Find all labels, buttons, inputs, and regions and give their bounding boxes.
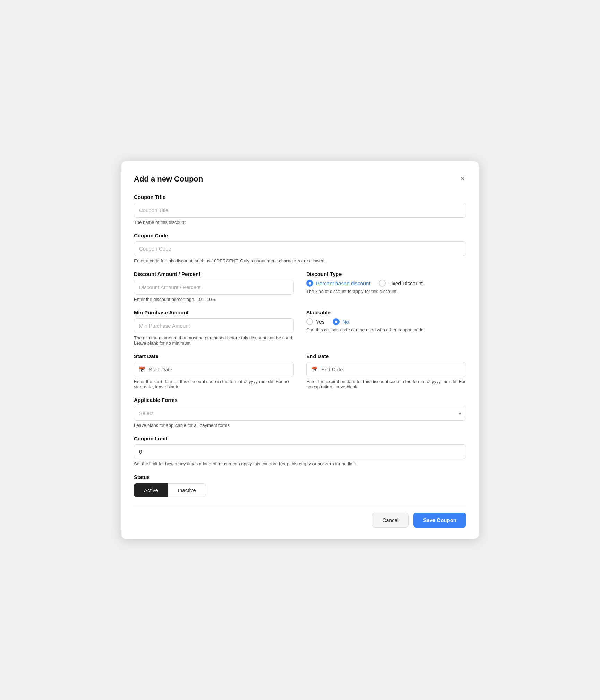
date-row: Start Date 📅 Enter the start date for th… xyxy=(134,353,466,397)
applicable-forms-hint: Leave blank for applicable for all payme… xyxy=(134,423,466,428)
calendar-icon-start: 📅 xyxy=(139,366,145,373)
save-coupon-button[interactable]: Save Coupon xyxy=(413,513,466,528)
end-date-label: End Date xyxy=(306,353,466,359)
min-purchase-input[interactable] xyxy=(134,318,294,333)
modal-title: Add a new Coupon xyxy=(134,175,203,184)
radio-no[interactable]: No xyxy=(333,318,349,325)
radio-no-label: No xyxy=(342,319,349,325)
start-date-wrapper: 📅 xyxy=(134,362,294,377)
applicable-forms-wrapper: Select ▾ xyxy=(134,406,466,421)
radio-yes[interactable]: Yes xyxy=(306,318,324,325)
modal-header: Add a new Coupon × xyxy=(134,174,466,184)
modal-container: Add a new Coupon × Coupon Title The name… xyxy=(121,161,479,539)
coupon-limit-section: Coupon Limit Set the limit for how many … xyxy=(134,436,466,466)
coupon-code-input[interactable] xyxy=(134,241,466,256)
applicable-forms-select[interactable]: Select xyxy=(134,406,466,421)
cancel-button[interactable]: Cancel xyxy=(372,513,409,528)
end-date-section: End Date 📅 Enter the expiration date for… xyxy=(306,353,466,389)
discount-type-hint: The kind of discount to apply for this d… xyxy=(306,289,466,294)
end-date-input[interactable] xyxy=(306,362,466,377)
coupon-title-input[interactable] xyxy=(134,203,466,218)
coupon-code-label: Coupon Code xyxy=(134,233,466,238)
radio-no-circle xyxy=(333,318,340,325)
coupon-code-section: Coupon Code Enter a code for this discou… xyxy=(134,233,466,263)
discount-amount-hint: Enter the discount percentage. 10 = 10% xyxy=(134,297,294,302)
radio-percent[interactable]: Percent based discount xyxy=(306,280,370,287)
stackable-hint: Can this coupon code can be used with ot… xyxy=(306,327,466,332)
radio-yes-label: Yes xyxy=(316,319,324,325)
stackable-section: Stackable Yes No Can this coupon code ca… xyxy=(306,310,466,346)
start-date-input[interactable] xyxy=(134,362,294,377)
discount-type-label: Discount Type xyxy=(306,271,466,277)
discount-amount-input[interactable] xyxy=(134,280,294,295)
applicable-forms-label: Applicable Forms xyxy=(134,397,466,403)
radio-fixed-label: Fixed Discount xyxy=(388,280,423,286)
radio-fixed-circle xyxy=(379,280,386,287)
discount-amount-label: Discount Amount / Percent xyxy=(134,271,294,277)
discount-type-radio-group: Percent based discount Fixed Discount xyxy=(306,280,466,287)
end-date-hint: Enter the expiration date for this disco… xyxy=(306,379,466,389)
end-date-wrapper: 📅 xyxy=(306,362,466,377)
status-section: Status Active Inactive xyxy=(134,474,466,497)
modal-footer: Cancel Save Coupon xyxy=(134,507,466,528)
coupon-limit-input[interactable] xyxy=(134,444,466,459)
radio-percent-circle xyxy=(306,280,313,287)
stackable-radio-group: Yes No xyxy=(306,318,466,325)
status-toggle-group: Active Inactive xyxy=(134,483,466,497)
status-label: Status xyxy=(134,474,466,480)
radio-percent-label: Percent based discount xyxy=(316,280,370,286)
coupon-title-section: Coupon Title The name of this discount xyxy=(134,194,466,225)
min-purchase-label: Min Purchase Amount xyxy=(134,310,294,315)
close-button[interactable]: × xyxy=(459,174,466,184)
coupon-title-hint: The name of this discount xyxy=(134,220,466,225)
start-date-hint: Enter the start date for this discount c… xyxy=(134,379,294,389)
radio-yes-circle xyxy=(306,318,313,325)
status-inactive-button[interactable]: Inactive xyxy=(168,483,206,497)
calendar-icon-end: 📅 xyxy=(311,366,318,373)
min-purchase-row: Min Purchase Amount The minimum amount t… xyxy=(134,310,466,353)
coupon-code-hint: Enter a code for this discount, such as … xyxy=(134,258,466,263)
min-purchase-section: Min Purchase Amount The minimum amount t… xyxy=(134,310,294,346)
discount-amount-section: Discount Amount / Percent Enter the disc… xyxy=(134,271,294,302)
coupon-title-label: Coupon Title xyxy=(134,194,466,200)
status-active-button[interactable]: Active xyxy=(134,483,168,497)
radio-fixed[interactable]: Fixed Discount xyxy=(379,280,423,287)
discount-row: Discount Amount / Percent Enter the disc… xyxy=(134,271,466,310)
applicable-forms-section: Applicable Forms Select ▾ Leave blank fo… xyxy=(134,397,466,428)
coupon-limit-hint: Set the limit for how many times a logge… xyxy=(134,461,466,466)
start-date-label: Start Date xyxy=(134,353,294,359)
min-purchase-hint: The minimum amount that must be purchase… xyxy=(134,335,294,346)
coupon-limit-label: Coupon Limit xyxy=(134,436,466,441)
start-date-section: Start Date 📅 Enter the start date for th… xyxy=(134,353,294,389)
stackable-label: Stackable xyxy=(306,310,466,315)
discount-type-section: Discount Type Percent based discount Fix… xyxy=(306,271,466,302)
